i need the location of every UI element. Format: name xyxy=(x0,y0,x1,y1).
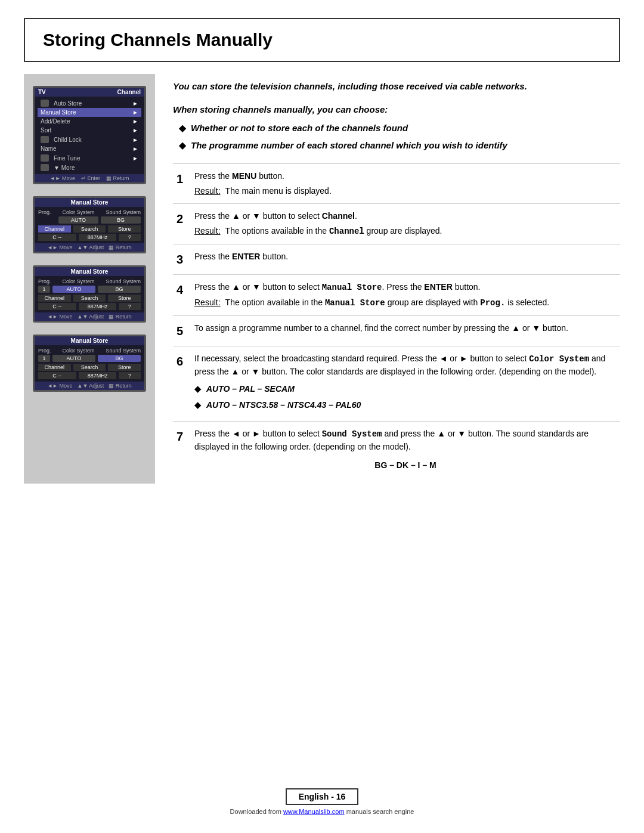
step-5-content: To assign a programme number to a channe… xyxy=(191,315,620,346)
right-column: You can store the television channels, i… xyxy=(173,74,620,484)
ch-row-1: Channel Search Store xyxy=(38,225,141,233)
bullet-1: Whether or not to store each of the chan… xyxy=(179,122,620,134)
footer-link[interactable]: www.Manualslib.com xyxy=(283,808,345,815)
ms-labels-2: Prog. Color System Sound System xyxy=(38,278,141,284)
ms-header-1: Manual Store xyxy=(35,198,144,207)
manual-store-screen-3: Manual Store Prog. Color System Sound Sy… xyxy=(33,335,146,392)
step-6: 6 If necessary, select the broadcasting … xyxy=(173,346,620,421)
manual-store-screen-1: Manual Store Prog. Color System Sound Sy… xyxy=(33,196,146,253)
footer-badge: English - 16 xyxy=(286,788,359,805)
step-4-manual-store: Manual Store xyxy=(322,283,382,292)
page-footer: English - 16 Downloaded from www.Manuals… xyxy=(0,788,644,815)
channel-cell-2: Channel xyxy=(38,295,71,302)
left-column: TV Channel Auto Store ► Manual Store ► A… xyxy=(24,74,155,484)
more-icon xyxy=(41,164,49,171)
menu-item-sort: Sort ► xyxy=(38,126,141,135)
tv-menu-header: TV Channel xyxy=(35,88,144,97)
freq-row-2: C -- 887MHz ? xyxy=(38,303,141,310)
ch-row-2: Channel Search Store xyxy=(38,295,141,302)
page-header: Storing Channels Manually xyxy=(24,18,620,62)
prog-value-2: 1 xyxy=(38,286,50,293)
freq-row-1: C -- 887MHz ? xyxy=(38,234,141,241)
menu-item-auto-store: Auto Store ► xyxy=(38,98,141,108)
tv-menu-footer: ◄► Move ↵ Enter ▦ Return xyxy=(35,174,144,182)
step-4-result: Result: The option available in the Manu… xyxy=(194,296,617,309)
ms-footer-3: ◄► Move ▲▼ Adjust ▦ Return xyxy=(35,382,144,390)
step-2-result-text: The options available in the Channel gro… xyxy=(225,225,442,238)
freq-value-1: 887MHz xyxy=(79,234,117,241)
step-4: 4 Press the ▲ or ▼ button to select Manu… xyxy=(173,274,620,315)
step-4-content: Press the ▲ or ▼ button to select Manual… xyxy=(191,274,620,315)
ch-row-3: Channel Search Store xyxy=(38,364,141,371)
tv-icon xyxy=(41,100,49,107)
menu-item-more: ▼ More xyxy=(38,163,141,172)
search-cell-2: Search xyxy=(73,295,106,302)
step-4-result-text: The option available in the Manual Store… xyxy=(225,296,550,309)
step-4-enter-bold: ENTER xyxy=(424,282,452,292)
ms-body-3: Prog. Color System Sound System 1 AUTO B… xyxy=(35,345,144,382)
menu-item-child-lock: Child Lock ► xyxy=(38,135,141,144)
step-6-num: 6 xyxy=(173,346,191,421)
tv-header-left: TV xyxy=(38,89,46,95)
sound-btn-3: BG xyxy=(98,355,141,362)
step-7-sound-standards: BG – DK – I – M xyxy=(374,460,436,470)
main-content: TV Channel Auto Store ► Manual Store ► A… xyxy=(24,74,620,484)
channel-cell-3: Channel xyxy=(38,364,71,371)
step-4-result-label: Result: xyxy=(194,296,221,309)
page-title: Storing Channels Manually xyxy=(43,30,601,50)
step-6-bullet-2: AUTO – NTSC3.58 – NTSC4.43 – PAL60 xyxy=(194,399,617,411)
step-2-result: Result: The options available in the Cha… xyxy=(194,225,617,238)
ch-value-2: C -- xyxy=(38,303,76,310)
step-2: 2 Press the ▲ or ▼ button to select Chan… xyxy=(173,203,620,244)
step-2-channel-bold: Channel xyxy=(322,211,355,221)
step-1-result-text: The main menu is displayed. xyxy=(225,185,332,197)
step-7-content: Press the ◄ or ► button to select Sound … xyxy=(191,421,620,478)
menu-item-name: Name ► xyxy=(38,144,141,153)
menu-item-add-delete: Add/Delete ► xyxy=(38,117,141,126)
ms-header-2: Manual Store xyxy=(35,267,144,276)
step-3: 3 Press the ENTER button. xyxy=(173,244,620,274)
step-1-menu-bold: MENU xyxy=(232,171,256,181)
color-btn-3: AUTO xyxy=(52,355,95,362)
step-2-content: Press the ▲ or ▼ button to select Channe… xyxy=(191,203,620,244)
step-1-num: 1 xyxy=(173,163,191,203)
freq-value-2: 887MHz xyxy=(79,303,117,310)
ms-labels-3: Prog. Color System Sound System xyxy=(38,348,141,354)
freq-value-3: 887MHz xyxy=(79,372,117,379)
ch-value-3: C -- xyxy=(38,372,76,379)
prog-value-3: 1 xyxy=(38,355,50,362)
step-7-sound-system: Sound System xyxy=(322,429,382,439)
search-cell-1: Search xyxy=(73,225,106,233)
intro-text: You can store the television channels, i… xyxy=(173,80,620,94)
lock-icon xyxy=(41,136,49,143)
step-1: 1 Press the MENU button. Result: The mai… xyxy=(173,163,620,203)
step-3-content: Press the ENTER button. xyxy=(191,244,620,274)
step-2-result-label: Result: xyxy=(194,225,221,238)
step-3-num: 3 xyxy=(173,244,191,274)
sound-btn-1: BG xyxy=(101,216,141,224)
footer-note: Downloaded from www.Manualslib.com manua… xyxy=(230,808,414,815)
store-cell-3: Store xyxy=(108,364,141,371)
step-1-result-label: Result: xyxy=(194,185,221,197)
step-4-num: 4 xyxy=(173,274,191,315)
step-6-color-system: Color System xyxy=(529,354,589,364)
tv-header-right: Channel xyxy=(117,89,141,95)
store-cell-1: Store xyxy=(108,225,141,233)
channel-cell-1: Channel xyxy=(38,225,71,233)
ms-footer-1: ◄► Move ▲▼ Adjust ▦ Return xyxy=(35,243,144,252)
q-value-2: ? xyxy=(119,303,141,310)
menu-item-fine-tune: Fine Tune ► xyxy=(38,153,141,163)
steps-table: 1 Press the MENU button. Result: The mai… xyxy=(173,163,620,478)
manual-store-screen-2: Manual Store Prog. Color System Sound Sy… xyxy=(33,265,146,323)
color-btn-2: AUTO xyxy=(52,286,95,293)
step-5: 5 To assign a programme number to a chan… xyxy=(173,315,620,346)
ms-footer-2: ◄► Move ▲▼ Adjust ▦ Return xyxy=(35,312,144,321)
step-6-bullet-1: AUTO – PAL – SECAM xyxy=(194,383,617,395)
tv-menu-screen: TV Channel Auto Store ► Manual Store ► A… xyxy=(33,86,146,184)
bullet-list: Whether or not to store each of the chan… xyxy=(173,122,620,151)
step-2-num: 2 xyxy=(173,203,191,244)
color-btn-1: AUTO xyxy=(58,216,98,224)
tune-icon xyxy=(41,154,49,162)
ms-labels-1: Prog. Color System Sound System xyxy=(38,209,141,215)
q-value-1: ? xyxy=(119,234,141,241)
